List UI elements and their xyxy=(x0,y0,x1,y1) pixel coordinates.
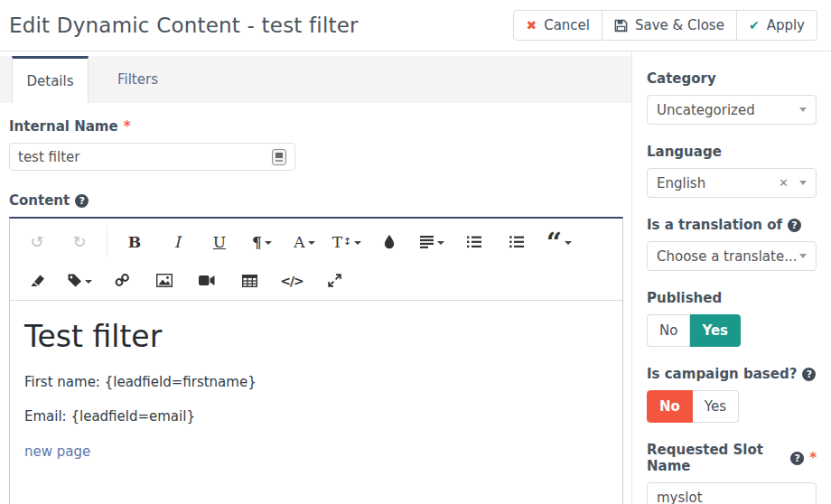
campaign-yes-button[interactable]: Yes xyxy=(693,390,739,423)
editor-heading: Test filter xyxy=(24,319,608,354)
save-close-button[interactable]: Save & Close xyxy=(602,10,737,41)
floppy-icon xyxy=(614,19,628,33)
quote-button[interactable]: “ xyxy=(541,226,577,258)
code-icon: </> xyxy=(280,274,303,288)
redo-icon: ↻ xyxy=(72,234,86,250)
table-icon xyxy=(242,275,257,287)
text-color-button[interactable] xyxy=(371,226,407,258)
tag-icon xyxy=(68,274,82,287)
fullscreen-button[interactable] xyxy=(316,265,352,297)
droplet-icon xyxy=(383,235,396,249)
ordered-list-button[interactable] xyxy=(456,226,492,258)
eraser-icon xyxy=(30,274,45,287)
chevron-down-icon xyxy=(565,241,572,245)
font-size-icon: T xyxy=(332,233,342,251)
image-icon xyxy=(156,274,173,287)
insert-table-button[interactable] xyxy=(231,265,267,297)
page-title: Edit Dynamic Content - test filter xyxy=(9,14,359,37)
internal-name-input[interactable] xyxy=(18,149,272,165)
content-label: Content ? xyxy=(9,192,622,209)
clear-formatting-button[interactable] xyxy=(19,265,55,297)
toolbar-separator xyxy=(107,226,107,258)
quote-icon: “ xyxy=(546,243,562,254)
apply-check-icon: ✔ xyxy=(749,18,760,33)
internal-name-field-wrap xyxy=(9,143,295,171)
campaign-based-label: Is campaign based? ? xyxy=(647,366,817,382)
font-family-button[interactable]: A xyxy=(286,226,322,258)
chevron-down-icon xyxy=(354,241,361,245)
unordered-list-button[interactable] xyxy=(499,226,535,258)
clear-selection-icon[interactable]: ✕ xyxy=(779,176,789,190)
slot-name-input[interactable] xyxy=(647,482,817,504)
unordered-list-icon xyxy=(509,236,524,248)
align-button[interactable] xyxy=(414,226,450,258)
cancel-x-icon: ✖ xyxy=(526,18,537,33)
underline-button[interactable]: U xyxy=(201,226,238,258)
translation-label: Is a translation of ? xyxy=(647,217,817,233)
editor-content-area[interactable]: Test filter First name: {leadfield=first… xyxy=(10,300,622,504)
published-label: Published xyxy=(647,290,817,306)
underline-icon: U xyxy=(213,233,226,251)
internal-name-label: Internal Name * xyxy=(9,118,622,135)
chevron-down-icon xyxy=(799,107,807,112)
redo-button[interactable]: ↻ xyxy=(61,226,98,258)
help-icon[interactable]: ? xyxy=(788,219,801,232)
rich-text-editor: ↺ ↻ B I U ¶ A T↕ xyxy=(9,217,623,504)
chevron-down-icon xyxy=(437,241,444,245)
align-icon xyxy=(420,236,434,248)
tab-details[interactable]: Details xyxy=(12,56,89,103)
tab-bar: Details Filters xyxy=(0,56,631,103)
paragraph-format-button[interactable]: ¶ xyxy=(244,226,280,258)
sidebar: Category Uncategorized Language English … xyxy=(632,51,830,504)
undo-icon: ↺ xyxy=(30,234,43,250)
published-toggle: No Yes xyxy=(647,314,741,347)
help-icon[interactable]: ? xyxy=(802,368,816,381)
tab-filters[interactable]: Filters xyxy=(89,56,187,103)
insert-image-button[interactable] xyxy=(146,265,182,297)
cancel-label: Cancel xyxy=(544,17,590,33)
page-header: Edit Dynamic Content - test filter ✖ Can… xyxy=(0,0,831,51)
ordered-list-icon xyxy=(467,236,481,248)
chevron-down-icon xyxy=(85,280,92,284)
campaign-no-button[interactable]: No xyxy=(647,390,693,423)
help-icon[interactable]: ? xyxy=(790,452,804,465)
required-asterisk: * xyxy=(809,450,817,466)
published-no-button[interactable]: No xyxy=(647,314,690,347)
editor-line-firstname: First name: {leadfield=firstname} xyxy=(24,374,608,390)
italic-icon: I xyxy=(174,233,181,251)
chevron-down-icon xyxy=(308,241,315,245)
help-icon[interactable]: ? xyxy=(75,194,89,208)
video-camera-icon xyxy=(199,275,215,286)
campaign-based-toggle: No Yes xyxy=(647,390,739,423)
link-icon xyxy=(115,274,130,287)
translation-select[interactable]: Choose a translate... xyxy=(647,241,817,271)
apply-label: Apply xyxy=(767,17,805,33)
bold-icon: B xyxy=(128,233,141,251)
apply-button[interactable]: ✔ Apply xyxy=(737,10,817,41)
category-select[interactable]: Uncategorized xyxy=(647,95,817,125)
paragraph-icon: ¶ xyxy=(252,233,262,251)
italic-button[interactable]: I xyxy=(159,226,195,258)
required-asterisk: * xyxy=(124,118,131,135)
save-close-label: Save & Close xyxy=(635,17,724,33)
main-column: Details Filters Internal Name * Content … xyxy=(0,51,632,504)
chevron-down-icon xyxy=(265,241,272,245)
expand-icon xyxy=(328,274,341,287)
published-yes-button[interactable]: Yes xyxy=(690,314,741,347)
chevron-down-icon xyxy=(799,254,807,258)
token-button[interactable] xyxy=(61,265,98,297)
font-family-icon: A xyxy=(294,233,304,251)
cancel-button[interactable]: ✖ Cancel xyxy=(513,10,602,41)
autofill-icon[interactable] xyxy=(272,149,286,165)
insert-video-button[interactable] xyxy=(189,265,225,297)
insert-link-button[interactable] xyxy=(104,265,140,297)
font-size-button[interactable]: T↕ xyxy=(329,226,365,258)
bold-button[interactable]: B xyxy=(117,226,153,258)
code-view-button[interactable]: </> xyxy=(274,265,310,297)
undo-button[interactable]: ↺ xyxy=(19,226,55,258)
chevron-down-icon xyxy=(799,181,807,185)
category-label: Category xyxy=(647,70,817,87)
slot-name-label: Requested Slot Name ? * xyxy=(647,442,817,474)
language-select[interactable]: English ✕ xyxy=(647,168,817,198)
editor-new-page-link[interactable]: new page xyxy=(24,443,90,460)
